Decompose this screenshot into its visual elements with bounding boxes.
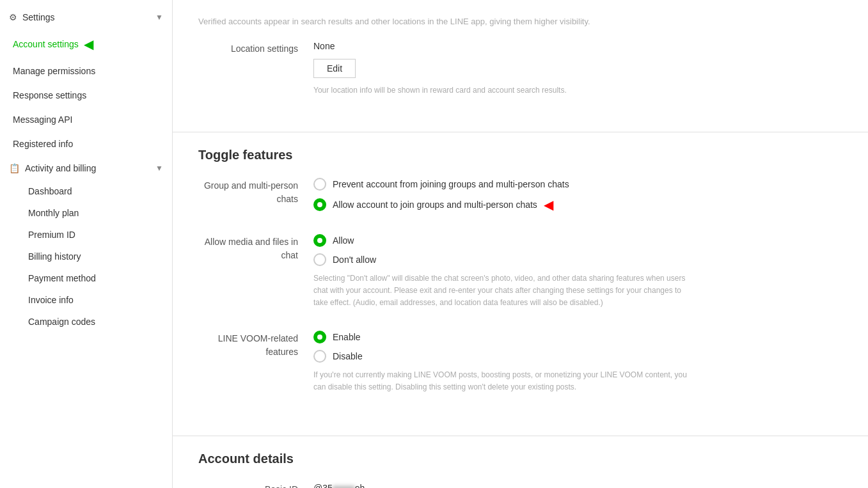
sidebar-item-registered-info[interactable]: Registered info bbox=[0, 132, 172, 156]
prevent-join-label: Prevent account from joining groups and … bbox=[333, 179, 569, 189]
sidebar-item-messaging-api[interactable]: Messaging API bbox=[0, 107, 172, 132]
settings-icon: ⚙ bbox=[9, 12, 17, 22]
dont-allow-media-option[interactable]: Don't allow bbox=[313, 253, 842, 266]
sidebar-item-campaign-codes[interactable]: Campaign codes bbox=[0, 311, 172, 333]
invoice-info-label: Invoice info bbox=[28, 295, 74, 305]
allow-join-arrow-indicator: ◀ bbox=[544, 197, 553, 212]
group-chat-row: Group and multi-person chats Prevent acc… bbox=[198, 178, 842, 219]
sidebar-item-billing-history[interactable]: Billing history bbox=[0, 246, 172, 267]
billing-history-label: Billing history bbox=[28, 251, 81, 262]
premium-id-label: Premium ID bbox=[28, 230, 75, 240]
prevent-join-radio[interactable] bbox=[313, 178, 326, 191]
activity-billing-icon: 📋 bbox=[9, 163, 20, 173]
campaign-codes-label: Campaign codes bbox=[28, 317, 95, 327]
location-settings-row: Location settings None Edit Your locatio… bbox=[198, 41, 842, 96]
sidebar-item-account-settings[interactable]: Account settings ◀ bbox=[0, 29, 172, 59]
allow-media-radio[interactable] bbox=[313, 234, 326, 247]
allow-label: Allow bbox=[333, 235, 354, 246]
basic-id-row: Basic ID @35xxxxxeh bbox=[198, 482, 842, 488]
line-voom-content: Enable Disable If you're not currently m… bbox=[313, 331, 842, 400]
location-value: None bbox=[313, 41, 842, 51]
disable-voom-radio[interactable] bbox=[313, 350, 326, 363]
sidebar: ⚙ Settings ▼ Account settings ◀ Manage p… bbox=[0, 0, 173, 488]
toggle-features-section: Toggle features Group and multi-person c… bbox=[173, 132, 868, 437]
sidebar-item-payment-method[interactable]: Payment method bbox=[0, 267, 172, 289]
basic-id-suffix: eh bbox=[355, 483, 365, 488]
settings-section-header[interactable]: ⚙ Settings ▼ bbox=[0, 5, 172, 29]
disable-label: Disable bbox=[333, 351, 363, 361]
enable-label: Enable bbox=[333, 332, 361, 342]
group-chat-label: Group and multi-person chats bbox=[198, 178, 313, 206]
sidebar-item-invoice-info[interactable]: Invoice info bbox=[0, 289, 172, 311]
voom-hint-text: If you're not currently making LINE VOOM… bbox=[313, 369, 697, 393]
activity-billing-arrow-icon: ▼ bbox=[155, 164, 163, 173]
toggle-features-title: Toggle features bbox=[198, 148, 842, 162]
dont-allow-label: Don't allow bbox=[333, 255, 376, 265]
basic-id-blurred: xxxxx bbox=[333, 482, 355, 488]
sidebar-item-premium-id[interactable]: Premium ID bbox=[0, 224, 172, 246]
location-settings-label: Location settings bbox=[198, 41, 313, 56]
manage-permissions-label: Manage permissions bbox=[13, 66, 95, 76]
location-hint-text: Your location info will be shown in rewa… bbox=[313, 84, 842, 96]
dont-allow-media-radio[interactable] bbox=[313, 253, 326, 266]
settings-arrow-icon: ▼ bbox=[155, 13, 163, 22]
allow-join-radio[interactable] bbox=[313, 198, 326, 211]
activity-billing-label: Activity and billing bbox=[25, 163, 96, 173]
edit-button[interactable]: Edit bbox=[313, 59, 356, 78]
basic-id-prefix: @35 bbox=[313, 483, 333, 488]
activity-billing-section-header[interactable]: 📋 Activity and billing ▼ bbox=[0, 156, 172, 180]
media-warning-text: Selecting "Don't allow" will disable the… bbox=[313, 272, 697, 310]
allow-join-option[interactable]: Allow account to join groups and multi-p… bbox=[313, 197, 842, 212]
enable-voom-option[interactable]: Enable bbox=[313, 331, 842, 343]
media-files-row: Allow media and files in chat Allow Don'… bbox=[198, 234, 842, 316]
sidebar-item-monthly-plan[interactable]: Monthly plan bbox=[0, 202, 172, 224]
response-settings-label: Response settings bbox=[13, 90, 86, 100]
allow-join-label: Allow account to join groups and multi-p… bbox=[333, 200, 537, 210]
dashboard-label: Dashboard bbox=[28, 186, 72, 196]
monthly-plan-label: Monthly plan bbox=[28, 208, 79, 218]
main-content: Verified accounts appear in search resul… bbox=[173, 0, 868, 488]
enable-voom-radio[interactable] bbox=[313, 331, 326, 343]
settings-label: Settings bbox=[22, 12, 55, 22]
line-voom-label: LINE VOOM-related features bbox=[198, 331, 313, 359]
account-settings-label: Account settings bbox=[13, 39, 79, 49]
allow-media-option[interactable]: Allow bbox=[313, 234, 842, 247]
account-details-section: Account details Basic ID @35xxxxxeh Prem… bbox=[173, 436, 868, 488]
payment-method-label: Payment method bbox=[28, 273, 96, 283]
account-details-title: Account details bbox=[198, 452, 842, 466]
media-files-label: Allow media and files in chat bbox=[198, 234, 313, 262]
media-files-content: Allow Don't allow Selecting "Don't allow… bbox=[313, 234, 842, 316]
group-chat-content: Prevent account from joining groups and … bbox=[313, 178, 842, 219]
location-section: Verified accounts appear in search resul… bbox=[173, 0, 868, 132]
line-voom-row: LINE VOOM-related features Enable Disabl… bbox=[198, 331, 842, 400]
sidebar-item-response-settings[interactable]: Response settings bbox=[0, 83, 172, 107]
location-settings-content: None Edit Your location info will be sho… bbox=[313, 41, 842, 96]
basic-id-label: Basic ID bbox=[198, 482, 313, 488]
disable-voom-option[interactable]: Disable bbox=[313, 350, 842, 363]
top-hint-text: Verified accounts appear in search resul… bbox=[198, 15, 646, 28]
messaging-api-label: Messaging API bbox=[13, 114, 72, 125]
sidebar-item-dashboard[interactable]: Dashboard bbox=[0, 180, 172, 202]
basic-id-content: @35xxxxxeh bbox=[313, 482, 842, 488]
prevent-join-option[interactable]: Prevent account from joining groups and … bbox=[313, 178, 842, 191]
account-settings-arrow-indicator: ◀ bbox=[84, 36, 93, 52]
sidebar-item-manage-permissions[interactable]: Manage permissions bbox=[0, 59, 172, 83]
registered-info-label: Registered info bbox=[13, 139, 73, 149]
